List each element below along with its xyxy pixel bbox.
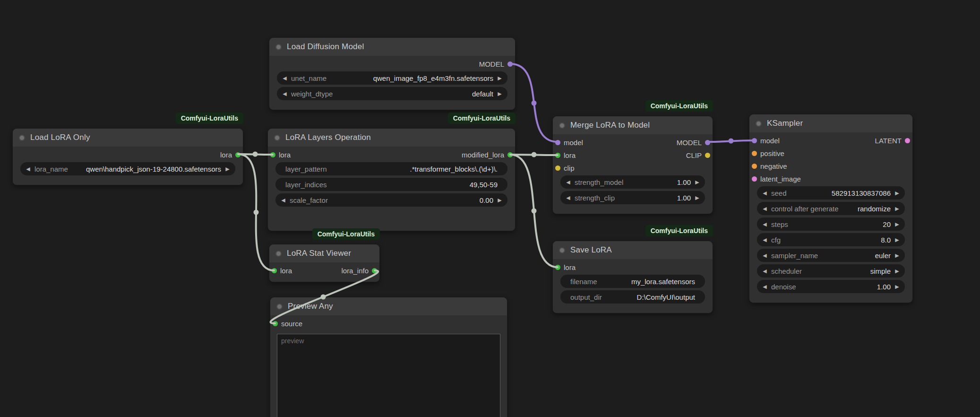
link-midpoint-dot[interactable]: [532, 208, 537, 214]
node-titlebar[interactable]: Load Diffusion Model: [269, 38, 515, 56]
collapse-dot[interactable]: [559, 122, 565, 129]
collapse-dot[interactable]: [559, 247, 565, 253]
node-resize-area[interactable]: [268, 211, 515, 235]
output-label-model: MODEL: [677, 139, 702, 147]
decrement-arrow-icon[interactable]: [761, 221, 768, 227]
increment-arrow-icon[interactable]: [894, 206, 901, 212]
input-slot-clip[interactable]: [555, 165, 560, 171]
node-titlebar[interactable]: LoRA Layers Operation: [268, 129, 515, 147]
node-preview-any[interactable]: Preview Any source preview: [270, 297, 507, 417]
decrement-arrow-icon[interactable]: [280, 197, 287, 203]
preview-textarea[interactable]: preview: [277, 334, 500, 417]
decrement-arrow-icon[interactable]: [761, 206, 768, 212]
increment-arrow-icon[interactable]: [894, 252, 901, 259]
node-titlebar[interactable]: LoRA Stat Viewer: [269, 244, 379, 262]
widget-strength-model[interactable]: strength_model 1.00: [560, 175, 705, 189]
collapse-dot[interactable]: [276, 304, 283, 310]
collapse-dot[interactable]: [274, 135, 280, 141]
input-label-latent-image: latent_image: [760, 175, 801, 183]
input-label-negative: negative: [760, 162, 787, 170]
input-slot-lora[interactable]: [555, 265, 560, 270]
widget-output-dir[interactable]: output_dir D:\ComfyUI\output: [560, 290, 705, 304]
widget-steps[interactable]: steps 20: [757, 217, 905, 231]
input-label-clip: clip: [564, 164, 575, 172]
input-slot-source[interactable]: [273, 321, 278, 326]
decrement-arrow-icon[interactable]: [281, 75, 288, 81]
decrement-arrow-icon[interactable]: [565, 179, 572, 185]
input-slot-negative[interactable]: [752, 164, 757, 169]
increment-arrow-icon[interactable]: [496, 197, 503, 203]
decrement-arrow-icon[interactable]: [25, 166, 32, 172]
collapse-dot[interactable]: [756, 121, 762, 127]
input-slot-lora[interactable]: [555, 153, 560, 158]
link-midpoint-dot[interactable]: [254, 210, 259, 215]
node-titlebar[interactable]: Save LoRA: [553, 241, 713, 259]
decrement-arrow-icon[interactable]: [281, 91, 288, 97]
decrement-arrow-icon[interactable]: [761, 252, 768, 259]
node-load-diffusion-model[interactable]: Load Diffusion Model MODEL unet_name qwe…: [269, 37, 516, 110]
increment-arrow-icon[interactable]: [894, 190, 901, 196]
node-title: Merge LoRA to Model: [570, 121, 650, 130]
node-titlebar[interactable]: Preview Any: [270, 297, 507, 315]
widget-sampler-name[interactable]: sampler_name euler: [757, 249, 905, 262]
increment-arrow-icon[interactable]: [224, 166, 231, 172]
input-slot-lora[interactable]: [270, 152, 275, 157]
widget-unet-name[interactable]: unet_name qwen_image_fp8_e4m3fn.safetens…: [277, 71, 507, 85]
node-titlebar[interactable]: Merge LoRA to Model: [553, 116, 713, 134]
increment-arrow-icon[interactable]: [694, 179, 701, 185]
collapse-dot[interactable]: [275, 44, 282, 50]
widget-weight-dtype[interactable]: weight_dtype default: [277, 87, 507, 100]
widget-cfg[interactable]: cfg 8.0: [757, 233, 905, 246]
input-slot-model[interactable]: [555, 140, 560, 145]
node-load-lora-only[interactable]: Load LoRA Only lora lora_name qwen\handp…: [12, 128, 243, 185]
output-slot-lora[interactable]: [235, 152, 241, 157]
node-lora-stat-viewer[interactable]: LoRA Stat Viewer lora lora_info: [269, 244, 380, 282]
increment-arrow-icon[interactable]: [694, 195, 701, 201]
widget-scheduler[interactable]: scheduler simple: [757, 264, 905, 278]
node-merge-lora-to-model[interactable]: Merge LoRA to Model model MODEL lora CLI…: [552, 116, 713, 214]
link-midpoint-dot[interactable]: [532, 101, 537, 106]
node-title: KSampler: [767, 119, 803, 128]
widget-seed[interactable]: seed 582913130837086: [757, 186, 905, 200]
increment-arrow-icon[interactable]: [894, 284, 901, 290]
input-slot-positive[interactable]: [752, 151, 757, 156]
widget-denoise[interactable]: denoise 1.00: [757, 280, 905, 293]
decrement-arrow-icon[interactable]: [761, 237, 768, 243]
widget-layer-indices[interactable]: layer_indices 49,50-59: [275, 178, 507, 191]
collapse-dot[interactable]: [275, 251, 282, 257]
node-lora-layers-operation[interactable]: LoRA Layers Operation lora modified_lora…: [267, 128, 516, 231]
increment-arrow-icon[interactable]: [496, 75, 503, 81]
output-slot-latent[interactable]: [905, 138, 910, 143]
decrement-arrow-icon[interactable]: [761, 190, 768, 196]
increment-arrow-icon[interactable]: [496, 91, 503, 97]
link-midpoint-dot[interactable]: [532, 152, 537, 157]
output-slot-modified-lora[interactable]: [507, 152, 513, 157]
output-slot-clip[interactable]: [705, 153, 710, 158]
widget-strength-clip[interactable]: strength_clip 1.00: [560, 191, 705, 204]
output-slot-lora-info[interactable]: [372, 268, 377, 273]
widget-lora-name[interactable]: lora_name qwen\handpick_json-19-24800.sa…: [20, 162, 235, 175]
widget-filename[interactable]: filename my_lora.safetensors: [560, 275, 705, 288]
output-slot-model[interactable]: [705, 140, 710, 145]
decrement-arrow-icon[interactable]: [565, 195, 572, 201]
increment-arrow-icon[interactable]: [894, 268, 901, 274]
input-slot-lora[interactable]: [272, 268, 277, 273]
node-save-lora[interactable]: Save LoRA lora filename my_lora.safetens…: [552, 241, 713, 313]
input-slot-latent-image[interactable]: [752, 176, 757, 182]
output-slot-model[interactable]: [507, 61, 513, 67]
link-midpoint-dot[interactable]: [729, 139, 734, 144]
input-slot-model[interactable]: [752, 138, 757, 143]
widget-layer-pattern[interactable]: layer_pattern .*transformer_blocks\.(\d+…: [275, 162, 507, 175]
decrement-arrow-icon[interactable]: [761, 268, 768, 274]
increment-arrow-icon[interactable]: [894, 221, 901, 227]
collapse-dot[interactable]: [19, 135, 25, 141]
decrement-arrow-icon[interactable]: [761, 284, 768, 290]
node-ksampler[interactable]: KSampler model LATENT positive negative: [749, 114, 913, 303]
link-midpoint-dot[interactable]: [253, 152, 258, 157]
node-titlebar[interactable]: Load LoRA Only: [13, 129, 243, 147]
node-titlebar[interactable]: KSampler: [749, 114, 912, 132]
increment-arrow-icon[interactable]: [894, 237, 901, 243]
graph-canvas[interactable]: { "canvas": { "background_color": "#1d1d…: [0, 0, 980, 417]
widget-scale-factor[interactable]: scale_factor 0.00: [275, 193, 507, 207]
widget-control-after-generate[interactable]: control after generate randomize: [757, 202, 905, 215]
